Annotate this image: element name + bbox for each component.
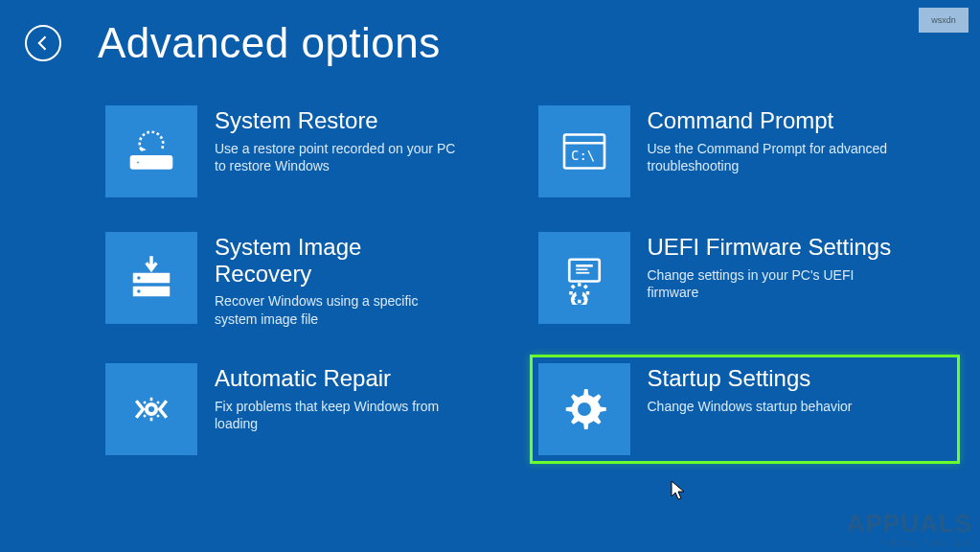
- watermark-main: APPUALS: [847, 509, 972, 539]
- text-automatic-repair: Automatic Repair Fix problems that keep …: [215, 363, 464, 433]
- svg-point-6: [137, 276, 141, 280]
- svg-text:C:\: C:\: [571, 148, 595, 163]
- desc-automatic-repair: Fix problems that keep Windows from load…: [215, 398, 464, 434]
- tile-command-prompt: C:\: [538, 105, 630, 197]
- option-startup-settings[interactable]: Startup Settings Change Windows startup …: [530, 355, 961, 464]
- restore-icon: [125, 125, 178, 178]
- tile-image-recovery: [105, 232, 197, 324]
- gear-icon: [558, 382, 611, 436]
- text-system-restore: System Restore Use a restore point recor…: [215, 105, 464, 175]
- terminal-icon: C:\: [558, 125, 611, 178]
- desc-startup-settings: Change Windows startup behavior: [648, 398, 853, 416]
- mouse-cursor-icon: [671, 480, 686, 501]
- svg-point-13: [576, 289, 582, 296]
- title-automatic-repair: Automatic Repair: [215, 365, 464, 392]
- option-system-restore[interactable]: System Restore Use a restore point recor…: [105, 105, 519, 197]
- page-title: Advanced options: [98, 19, 441, 67]
- options-grid: System Restore Use a restore point recor…: [0, 77, 980, 455]
- tile-automatic-repair: [105, 363, 197, 455]
- title-image-recovery: System Image Recovery: [215, 234, 464, 287]
- option-command-prompt[interactable]: C:\ Command Prompt Use the Command Promp…: [538, 105, 952, 197]
- svg-point-16: [578, 402, 591, 416]
- firmware-icon: [558, 251, 611, 305]
- header: Advanced options: [0, 0, 980, 77]
- tile-system-restore: [105, 105, 197, 197]
- svg-point-15: [148, 406, 154, 412]
- option-uefi-firmware[interactable]: UEFI Firmware Settings Change settings i…: [538, 232, 952, 329]
- text-command-prompt: Command Prompt Use the Command Prompt fo…: [648, 105, 897, 175]
- watermark-sub: FROM THE EX: [847, 539, 972, 548]
- svg-point-8: [137, 289, 141, 293]
- svg-point-1: [136, 160, 140, 164]
- watermark: APPUALS FROM THE EX: [847, 509, 972, 548]
- tile-startup-settings: [538, 363, 630, 455]
- text-uefi-firmware: UEFI Firmware Settings Change settings i…: [648, 232, 897, 302]
- desc-image-recovery: Recover Windows using a specific system …: [215, 292, 464, 329]
- svg-rect-10: [576, 264, 593, 267]
- desc-uefi-firmware: Change settings in your PC's UEFI firmwa…: [648, 266, 897, 303]
- option-image-recovery[interactable]: System Image Recovery Recover Windows us…: [105, 232, 519, 329]
- title-uefi-firmware: UEFI Firmware Settings: [648, 234, 897, 261]
- text-image-recovery: System Image Recovery Recover Windows us…: [215, 232, 464, 329]
- desc-system-restore: Use a restore point recorded on your PC …: [215, 140, 464, 176]
- tile-uefi-firmware: [538, 232, 630, 324]
- watermark-box: wsxdn: [919, 8, 969, 33]
- title-system-restore: System Restore: [215, 107, 464, 134]
- title-startup-settings: Startup Settings: [648, 365, 853, 392]
- repair-icon: [125, 382, 178, 436]
- desc-command-prompt: Use the Command Prompt for advanced trou…: [648, 140, 897, 176]
- image-recovery-icon: [125, 251, 178, 305]
- title-command-prompt: Command Prompt: [648, 107, 897, 134]
- svg-rect-11: [576, 268, 587, 270]
- back-arrow-icon: [34, 34, 53, 53]
- back-button[interactable]: [25, 25, 61, 61]
- text-startup-settings: Startup Settings Change Windows startup …: [648, 363, 853, 415]
- option-automatic-repair[interactable]: Automatic Repair Fix problems that keep …: [105, 363, 519, 455]
- svg-rect-12: [576, 272, 589, 274]
